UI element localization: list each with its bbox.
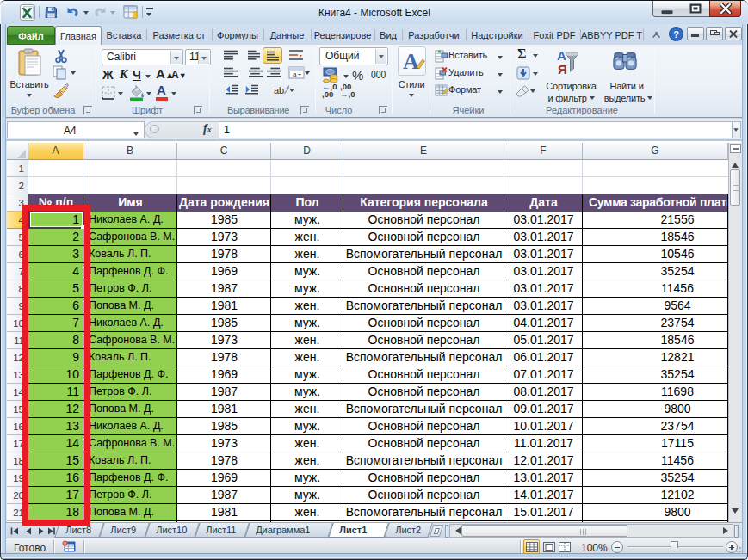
svg-text:A: A bbox=[403, 49, 419, 74]
svg-text:ab: ab bbox=[274, 85, 284, 95]
svg-text:?: ? bbox=[673, 29, 679, 40]
svg-text:Я: Я bbox=[558, 62, 567, 76]
svg-text:a: a bbox=[293, 71, 297, 78]
svg-text:А: А bbox=[557, 48, 566, 63]
